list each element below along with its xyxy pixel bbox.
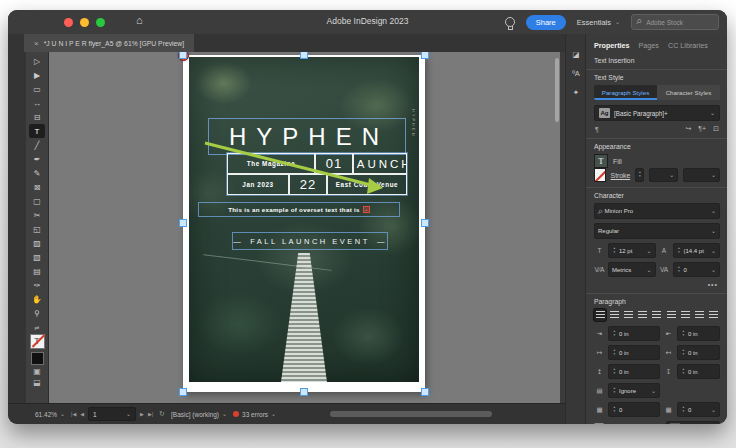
effects-panel-icon[interactable]: ✦: [573, 88, 579, 97]
last-line-indent-input[interactable]: ▴▾0 in: [677, 345, 720, 360]
horizontal-scrollbar[interactable]: [330, 411, 492, 417]
first-page-button[interactable]: |◀: [71, 411, 76, 417]
content-collector-tool[interactable]: ⊟: [29, 110, 45, 124]
preflight-profile-control[interactable]: [Basic] (working) ⌄: [171, 411, 227, 418]
space-after-input[interactable]: ▴▾0 in: [677, 364, 720, 379]
font-size-input[interactable]: ▴▾ 12 pt ⌄: [608, 243, 656, 258]
direct-selection-tool[interactable]: ▶: [29, 68, 45, 82]
selection-tool[interactable]: ▷: [29, 54, 45, 68]
shading-checkbox[interactable]: [594, 423, 604, 424]
vertical-scrollbar[interactable]: [555, 58, 559, 122]
font-family-select[interactable]: ⚲ Minion Pro ⌄: [594, 203, 720, 219]
overset-text-frame[interactable]: This is an example of overset text that …: [199, 203, 399, 216]
kerning-select[interactable]: Metrics ⌄: [608, 262, 656, 277]
leading-stepper[interactable]: ▴▾: [677, 245, 682, 257]
close-tab-icon[interactable]: ×: [34, 39, 39, 48]
document-tab[interactable]: × *J U N I P E R flyer_A5 @ 61% [GPU Pre…: [24, 34, 194, 52]
next-page-button[interactable]: ▶: [140, 411, 144, 417]
pen-tool[interactable]: ✒: [29, 152, 45, 166]
table-cell[interactable]: Jan 2023: [227, 174, 289, 195]
overset-indicator-icon[interactable]: +: [363, 206, 370, 213]
redefine-style-icon[interactable]: ↪: [685, 125, 691, 133]
hand-tool[interactable]: ✋: [29, 292, 45, 306]
rectangle-tool[interactable]: ▢: [29, 194, 45, 208]
error-status-control[interactable]: 33 errors ⌄: [233, 411, 276, 418]
selection-handle[interactable]: [421, 388, 429, 396]
view-mode-icon[interactable]: ▣: [33, 368, 41, 376]
line-tool[interactable]: ╱: [29, 138, 45, 152]
table-cell[interactable]: 22: [289, 174, 327, 195]
align-towards-spine-button[interactable]: [694, 309, 706, 321]
space-before-input[interactable]: ▴▾0 in: [608, 364, 660, 379]
table-cell[interactable]: The Magazine: [227, 153, 315, 174]
tab-properties[interactable]: Properties: [594, 41, 630, 50]
frame-tool[interactable]: ⊠: [29, 180, 45, 194]
gradient-feather-tool[interactable]: ▧: [29, 250, 45, 264]
leading-input[interactable]: ▴▾ (14.4 pt ⌄: [673, 243, 721, 258]
stroke-label[interactable]: Stroke: [611, 172, 631, 179]
page-number-input[interactable]: 1 ⌄: [88, 407, 136, 421]
paragraph-style-select[interactable]: Ag [Basic Paragraph]+ ⌄: [594, 105, 720, 121]
gap-tool[interactable]: ↔: [29, 96, 45, 110]
table-cell[interactable]: 01: [315, 153, 353, 174]
workspace-switcher[interactable]: Essentials ⌄: [577, 18, 620, 27]
document-page[interactable]: HYPHEN HYPHEN The Magazine 01 LAUNCH Jan…: [183, 55, 425, 392]
stroke-weight-stepper[interactable]: ▴▾: [635, 168, 644, 182]
style-options-icon[interactable]: ⊡: [713, 125, 719, 133]
page-tool[interactable]: ▭: [29, 82, 45, 96]
justify-left-button[interactable]: [637, 309, 649, 321]
stroke-type-select[interactable]: ⌄: [683, 168, 720, 182]
character-more-options[interactable]: •••: [596, 281, 718, 288]
shading-color-select[interactable]: [Black] ⌄: [666, 421, 720, 424]
swap-fill-stroke-icon[interactable]: ⇄: [34, 324, 39, 331]
learn-bulb-icon[interactable]: [505, 17, 515, 27]
fill-label[interactable]: Fill: [613, 158, 622, 165]
last-page-button[interactable]: ▶|: [148, 411, 153, 417]
stroke-weight-select[interactable]: ⌄: [649, 168, 678, 182]
right-indent-input[interactable]: ▴▾0 in: [677, 326, 720, 341]
apply-color-swatch[interactable]: [31, 352, 44, 365]
align-right-button[interactable]: [622, 309, 634, 321]
preflight-icon[interactable]: ↻: [159, 410, 165, 418]
selection-handle[interactable]: [300, 52, 308, 59]
align-center-button[interactable]: [608, 309, 620, 321]
note-tool[interactable]: ▤: [29, 264, 45, 278]
adobe-stock-search[interactable]: ⚲: [631, 14, 719, 30]
selection-handle[interactable]: [179, 52, 187, 59]
canvas[interactable]: HYPHEN HYPHEN The Magazine 01 LAUNCH Jan…: [49, 52, 560, 404]
previous-page-button[interactable]: ◀: [80, 411, 84, 417]
justify-right-button[interactable]: [665, 309, 677, 321]
selection-handle[interactable]: [179, 219, 187, 227]
align-away-spine-button[interactable]: [708, 309, 720, 321]
first-line-indent-input[interactable]: ▴▾0 in: [608, 345, 660, 360]
paragraph-mark-icon[interactable]: ¶: [595, 126, 599, 133]
selection-handle[interactable]: [421, 52, 429, 59]
event-text-frame[interactable]: — FALL LAUNCH EVENT —: [233, 233, 387, 249]
align-left-button[interactable]: [594, 309, 606, 321]
left-indent-input[interactable]: ▴▾0 in: [608, 326, 660, 341]
drop-cap-lines-input[interactable]: ▴▾0: [608, 402, 660, 417]
search-input[interactable]: [644, 18, 704, 27]
gradient-tool[interactable]: ▨: [29, 236, 45, 250]
fill-swatch-icon[interactable]: T: [594, 154, 608, 168]
size-stepper[interactable]: ▴▾: [612, 245, 617, 257]
share-button[interactable]: Share: [526, 15, 566, 30]
selection-handle[interactable]: [421, 219, 429, 227]
screen-mode-icon[interactable]: ⬓: [33, 379, 41, 387]
libraries-panel-icon[interactable]: ◪: [572, 50, 579, 59]
drop-cap-characters-input[interactable]: ▴▾0⌄: [677, 402, 720, 417]
character-styles-tab[interactable]: Character Styles: [657, 85, 720, 100]
scissors-tool[interactable]: ✂: [29, 208, 45, 222]
tracking-stepper[interactable]: ▴▾: [677, 264, 682, 276]
zoom-level-control[interactable]: 61.42% ⌄: [35, 411, 65, 418]
align-to-grid-input[interactable]: ▴▾Ignore⌄: [608, 383, 660, 398]
tab-cc-libraries[interactable]: CC Libraries: [668, 41, 708, 50]
stroke-none-swatch-icon[interactable]: [594, 168, 606, 182]
table-cell[interactable]: East Coast Venue: [327, 174, 407, 195]
tab-pages[interactable]: Pages: [639, 41, 659, 50]
fill-stroke-proxy[interactable]: T: [30, 334, 45, 349]
font-style-select[interactable]: Regular ⌄: [594, 223, 720, 239]
selection-handle[interactable]: [179, 388, 187, 396]
pencil-tool[interactable]: ✎: [29, 166, 45, 180]
flyer-table[interactable]: The Magazine 01 LAUNCH Jan 2023 22 East …: [227, 153, 407, 195]
